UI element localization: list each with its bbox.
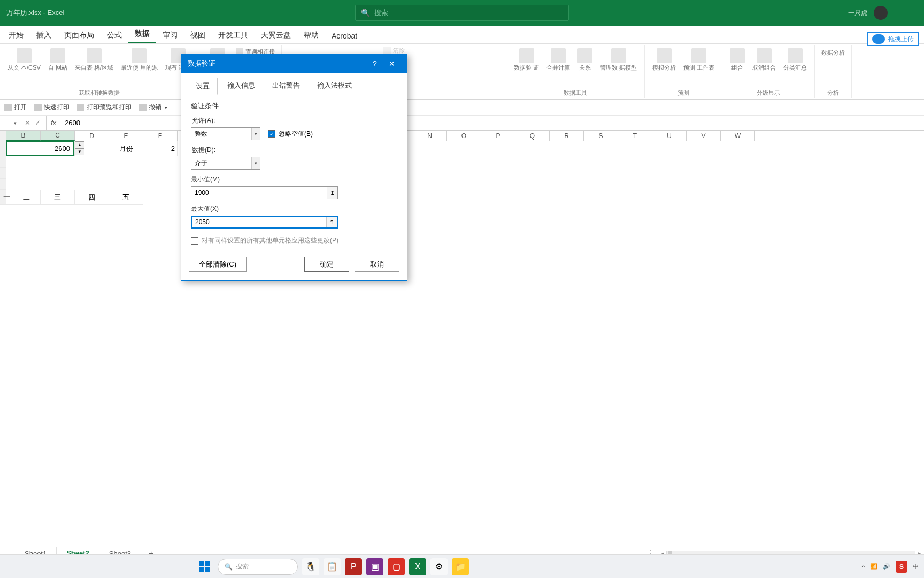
taskbar-app-3[interactable]: P: [345, 558, 362, 575]
print-preview-button[interactable]: 打印预览和打印: [77, 103, 132, 112]
search-box[interactable]: 🔍 搜索: [355, 5, 569, 21]
dialog-tab-input-msg[interactable]: 输入信息: [220, 78, 263, 95]
col-header-o[interactable]: O: [447, 131, 481, 141]
allow-select[interactable]: 整数 ▾: [191, 127, 260, 140]
col-header-t[interactable]: T: [618, 131, 652, 141]
weekday-4[interactable]: 四: [75, 190, 109, 205]
col-header-w[interactable]: W: [721, 131, 755, 141]
taskbar-app-2[interactable]: 📋: [324, 558, 341, 575]
weekday-5[interactable]: 五: [109, 190, 143, 205]
accept-formula-icon[interactable]: ✓: [35, 119, 41, 127]
tray-ime-icon[interactable]: S: [896, 561, 907, 573]
dialog-close-button[interactable]: ✕: [383, 59, 401, 68]
tab-page-layout[interactable]: 页面布局: [58, 27, 101, 43]
avatar[interactable]: [874, 6, 888, 20]
range-select-button[interactable]: ↥: [326, 217, 337, 227]
col-header-q[interactable]: Q: [515, 131, 550, 141]
consolidate-button[interactable]: 合并计算: [543, 47, 573, 72]
col-header-v[interactable]: V: [687, 131, 721, 141]
tab-acrobat[interactable]: Acrobat: [325, 28, 364, 43]
col-header-n[interactable]: N: [413, 131, 447, 141]
range-select-button[interactable]: ↥: [327, 187, 337, 199]
col-header-b[interactable]: B: [6, 131, 41, 141]
from-web-button[interactable]: 自 网站: [45, 47, 71, 72]
weekday-2[interactable]: 二: [12, 190, 41, 205]
tab-review[interactable]: 审阅: [156, 27, 184, 43]
weekday-3[interactable]: 三: [41, 190, 75, 205]
minimize-button[interactable]: —: [894, 9, 918, 17]
dialog-tab-ime[interactable]: 输入法模式: [310, 78, 359, 95]
spinner-down-icon[interactable]: ▼: [75, 148, 84, 155]
max-input[interactable]: [192, 218, 326, 226]
taskbar-excel[interactable]: X: [409, 558, 426, 575]
name-box[interactable]: ▾: [0, 116, 19, 130]
col-header-p[interactable]: P: [481, 131, 515, 141]
taskbar-app-6[interactable]: ⚙: [430, 558, 448, 575]
col-header-e[interactable]: E: [109, 131, 143, 141]
tab-insert[interactable]: 插入: [30, 27, 58, 43]
spreadsheet-grid[interactable]: B C D E F N O P Q R S T U V W 月份 2 一 二 三: [0, 131, 924, 409]
active-cell[interactable]: 2600: [6, 141, 74, 156]
relations-button[interactable]: 关系: [574, 47, 596, 72]
data-analysis-button[interactable]: 数据分析: [819, 48, 847, 57]
dialog-tab-settings[interactable]: 设置: [188, 78, 218, 95]
col-header-d[interactable]: D: [75, 131, 109, 141]
group-button[interactable]: 组合: [727, 47, 748, 72]
dialog-tab-error-alert[interactable]: 出错警告: [265, 78, 307, 95]
tab-view[interactable]: 视图: [184, 27, 212, 43]
tray-wifi-icon[interactable]: 📶: [870, 563, 877, 570]
taskbar-app-1[interactable]: 🐧: [302, 558, 319, 575]
taskbar-app-4[interactable]: ▣: [366, 558, 383, 575]
tray-volume-icon[interactable]: 🔊: [883, 563, 890, 570]
apply-all-checkbox[interactable]: 对有同样设置的所有其他单元格应用这些更改(P): [191, 236, 397, 245]
tab-home[interactable]: 开始: [2, 27, 30, 43]
col-header-s[interactable]: S: [584, 131, 618, 141]
from-table-button[interactable]: 来自表 格/区域: [72, 47, 117, 72]
tab-help[interactable]: 帮助: [297, 27, 325, 43]
tab-data[interactable]: 数据: [128, 26, 156, 43]
data-model-button[interactable]: 管理数 据模型: [597, 47, 640, 72]
open-button[interactable]: 打开: [4, 103, 27, 112]
tab-cloud[interactable]: 天翼云盘: [255, 27, 297, 43]
from-text-csv-button[interactable]: 从文 本/CSV: [4, 47, 44, 72]
min-input[interactable]: [191, 189, 327, 196]
clear-all-button[interactable]: 全部清除(C): [189, 257, 247, 272]
start-button[interactable]: [196, 558, 213, 575]
ungroup-button[interactable]: 取消组合: [749, 47, 779, 72]
tab-developer[interactable]: 开发工具: [212, 27, 255, 43]
undo-button[interactable]: 撤销▾: [139, 103, 167, 112]
data-select[interactable]: 介于 ▾: [191, 157, 260, 170]
fx-label[interactable]: fx: [47, 119, 60, 127]
forecast-button[interactable]: 预测 工作表: [680, 47, 718, 72]
cell-e-month[interactable]: 月份: [109, 141, 143, 156]
recent-sources-button[interactable]: 最近使 用的源: [118, 47, 161, 72]
col-header-c[interactable]: C: [41, 131, 75, 141]
row-header[interactable]: [0, 141, 6, 156]
subtotal-button[interactable]: 分类汇总: [780, 47, 810, 72]
taskbar-app-5[interactable]: ▢: [388, 558, 405, 575]
ok-button[interactable]: 确定: [304, 257, 349, 272]
quick-print-button[interactable]: 快速打印: [34, 103, 70, 112]
col-header-r[interactable]: R: [550, 131, 584, 141]
whatif-button[interactable]: 模拟分析: [649, 47, 679, 72]
recent-icon: [132, 48, 147, 63]
select-all-corner[interactable]: [0, 131, 6, 141]
drag-upload-button[interactable]: 拖拽上传: [867, 32, 919, 46]
whatif-icon: [657, 48, 672, 63]
data-validation-button[interactable]: 数据验 证: [511, 47, 542, 72]
cell-spinner[interactable]: ▲ ▼: [75, 141, 84, 155]
cell-f-2[interactable]: 2: [143, 141, 178, 156]
taskbar-explorer[interactable]: 📁: [452, 558, 469, 575]
tab-formulas[interactable]: 公式: [101, 27, 128, 43]
col-header-u[interactable]: U: [652, 131, 687, 141]
ignore-blank-checkbox[interactable]: ✓ 忽略空值(B): [268, 130, 313, 139]
spinner-up-icon[interactable]: ▲: [75, 141, 84, 148]
col-header-f[interactable]: F: [143, 131, 178, 141]
tray-lang[interactable]: 中: [913, 562, 919, 571]
tray-chevron-icon[interactable]: ^: [862, 564, 865, 570]
cancel-formula-icon[interactable]: ✕: [25, 119, 30, 127]
taskbar-search[interactable]: 🔍搜索: [218, 559, 298, 575]
cancel-button[interactable]: 取消: [355, 257, 399, 272]
dialog-help-button[interactable]: ?: [366, 59, 383, 68]
dialog-title-bar[interactable]: 数据验证 ? ✕: [181, 54, 407, 73]
